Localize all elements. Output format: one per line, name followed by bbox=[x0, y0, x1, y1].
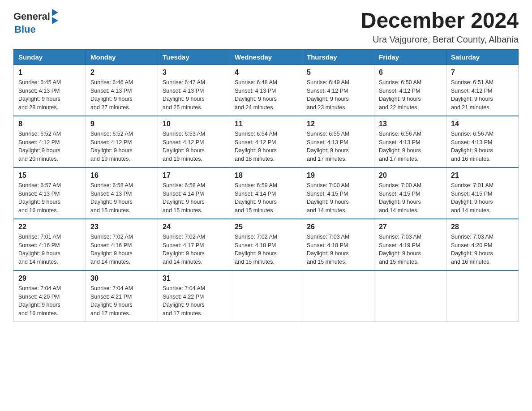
day-info: Sunrise: 6:56 AMSunset: 4:13 PMDaylight:… bbox=[451, 131, 493, 162]
day-info: Sunrise: 6:57 AMSunset: 4:13 PMDaylight:… bbox=[18, 182, 61, 214]
calendar-cell: 25Sunrise: 7:02 AMSunset: 4:18 PMDayligh… bbox=[230, 219, 302, 270]
calendar-week-row: 8Sunrise: 6:52 AMSunset: 4:12 PMDaylight… bbox=[14, 116, 519, 167]
day-info: Sunrise: 7:03 AMSunset: 4:18 PMDaylight:… bbox=[307, 234, 349, 265]
day-info: Sunrise: 7:02 AMSunset: 4:17 PMDaylight:… bbox=[163, 234, 205, 265]
calendar-cell: 18Sunrise: 6:59 AMSunset: 4:14 PMDayligh… bbox=[230, 167, 302, 219]
calendar-cell: 6Sunrise: 6:50 AMSunset: 4:12 PMDaylight… bbox=[374, 64, 446, 116]
day-number: 6 bbox=[379, 68, 442, 77]
calendar-cell: 23Sunrise: 7:02 AMSunset: 4:16 PMDayligh… bbox=[86, 219, 158, 270]
calendar-cell: 4Sunrise: 6:48 AMSunset: 4:13 PMDaylight… bbox=[230, 64, 302, 116]
day-number: 7 bbox=[451, 68, 514, 77]
day-number: 29 bbox=[18, 274, 81, 283]
day-info: Sunrise: 6:59 AMSunset: 4:14 PMDaylight:… bbox=[235, 182, 277, 214]
calendar-cell: 17Sunrise: 6:58 AMSunset: 4:14 PMDayligh… bbox=[158, 167, 230, 219]
column-header-sunday: Sunday bbox=[14, 49, 86, 64]
calendar-cell: 16Sunrise: 6:58 AMSunset: 4:13 PMDayligh… bbox=[86, 167, 158, 219]
day-info: Sunrise: 6:52 AMSunset: 4:12 PMDaylight:… bbox=[90, 131, 133, 162]
day-number: 31 bbox=[163, 274, 225, 283]
column-header-friday: Friday bbox=[374, 49, 446, 64]
calendar-subtitle: Ura Vajgurore, Berat County, Albania bbox=[361, 34, 519, 45]
day-number: 13 bbox=[379, 120, 442, 128]
calendar-cell: 19Sunrise: 7:00 AMSunset: 4:15 PMDayligh… bbox=[302, 167, 374, 219]
calendar-cell: 20Sunrise: 7:00 AMSunset: 4:15 PMDayligh… bbox=[374, 167, 446, 219]
day-number: 8 bbox=[18, 120, 81, 128]
day-number: 10 bbox=[163, 120, 225, 128]
day-number: 9 bbox=[90, 120, 153, 128]
calendar-cell: 1Sunrise: 6:45 AMSunset: 4:13 PMDaylight… bbox=[14, 64, 86, 116]
calendar-title: December 2024 bbox=[361, 9, 519, 33]
day-info: Sunrise: 6:56 AMSunset: 4:13 PMDaylight:… bbox=[379, 131, 421, 162]
day-info: Sunrise: 6:55 AMSunset: 4:13 PMDaylight:… bbox=[307, 131, 349, 162]
day-number: 11 bbox=[235, 120, 297, 128]
day-number: 26 bbox=[307, 223, 369, 231]
day-info: Sunrise: 6:54 AMSunset: 4:12 PMDaylight:… bbox=[235, 131, 277, 162]
calendar-cell: 27Sunrise: 7:03 AMSunset: 4:19 PMDayligh… bbox=[374, 219, 446, 270]
day-info: Sunrise: 6:50 AMSunset: 4:12 PMDaylight:… bbox=[379, 79, 421, 111]
calendar-header-row: SundayMondayTuesdayWednesdayThursdayFrid… bbox=[14, 49, 519, 64]
day-info: Sunrise: 7:03 AMSunset: 4:20 PMDaylight:… bbox=[451, 234, 493, 265]
day-info: Sunrise: 6:46 AMSunset: 4:13 PMDaylight:… bbox=[90, 79, 133, 111]
day-number: 12 bbox=[307, 120, 369, 128]
day-info: Sunrise: 7:02 AMSunset: 4:18 PMDaylight:… bbox=[235, 234, 277, 265]
day-info: Sunrise: 7:02 AMSunset: 4:16 PMDaylight:… bbox=[90, 234, 133, 265]
day-info: Sunrise: 7:00 AMSunset: 4:15 PMDaylight:… bbox=[307, 182, 349, 214]
day-info: Sunrise: 6:58 AMSunset: 4:14 PMDaylight:… bbox=[163, 182, 205, 214]
page-header: General Blue December 2024 Ura Vajgurore… bbox=[13, 9, 519, 45]
logo-blue: Blue bbox=[14, 24, 58, 35]
column-header-tuesday: Tuesday bbox=[158, 49, 230, 64]
calendar-cell bbox=[446, 270, 519, 322]
day-number: 25 bbox=[235, 223, 297, 231]
calendar-week-row: 1Sunrise: 6:45 AMSunset: 4:13 PMDaylight… bbox=[14, 64, 519, 116]
day-number: 30 bbox=[90, 274, 153, 283]
calendar-cell: 22Sunrise: 7:01 AMSunset: 4:16 PMDayligh… bbox=[14, 219, 86, 270]
calendar-cell: 7Sunrise: 6:51 AMSunset: 4:12 PMDaylight… bbox=[446, 64, 519, 116]
calendar-cell: 29Sunrise: 7:04 AMSunset: 4:20 PMDayligh… bbox=[14, 270, 86, 322]
day-info: Sunrise: 6:48 AMSunset: 4:13 PMDaylight:… bbox=[235, 79, 277, 111]
calendar-cell: 26Sunrise: 7:03 AMSunset: 4:18 PMDayligh… bbox=[302, 219, 374, 270]
calendar-cell: 13Sunrise: 6:56 AMSunset: 4:13 PMDayligh… bbox=[374, 116, 446, 167]
day-number: 23 bbox=[90, 223, 153, 231]
day-info: Sunrise: 7:00 AMSunset: 4:15 PMDaylight:… bbox=[379, 182, 421, 214]
day-info: Sunrise: 6:51 AMSunset: 4:12 PMDaylight:… bbox=[451, 79, 493, 111]
day-number: 5 bbox=[307, 68, 369, 77]
calendar-cell: 8Sunrise: 6:52 AMSunset: 4:12 PMDaylight… bbox=[14, 116, 86, 167]
calendar-cell: 15Sunrise: 6:57 AMSunset: 4:13 PMDayligh… bbox=[14, 167, 86, 219]
day-info: Sunrise: 6:52 AMSunset: 4:12 PMDaylight:… bbox=[18, 131, 61, 162]
day-info: Sunrise: 6:58 AMSunset: 4:13 PMDaylight:… bbox=[90, 182, 133, 214]
calendar-cell: 30Sunrise: 7:04 AMSunset: 4:21 PMDayligh… bbox=[86, 270, 158, 322]
calendar-cell: 5Sunrise: 6:49 AMSunset: 4:12 PMDaylight… bbox=[302, 64, 374, 116]
day-number: 22 bbox=[18, 223, 81, 231]
calendar-cell: 24Sunrise: 7:02 AMSunset: 4:17 PMDayligh… bbox=[158, 219, 230, 270]
column-header-saturday: Saturday bbox=[446, 49, 519, 64]
day-info: Sunrise: 7:03 AMSunset: 4:19 PMDaylight:… bbox=[379, 234, 421, 265]
calendar-cell: 21Sunrise: 7:01 AMSunset: 4:15 PMDayligh… bbox=[446, 167, 519, 219]
day-info: Sunrise: 7:04 AMSunset: 4:20 PMDaylight:… bbox=[18, 285, 61, 317]
calendar-cell: 14Sunrise: 6:56 AMSunset: 4:13 PMDayligh… bbox=[446, 116, 519, 167]
day-info: Sunrise: 7:04 AMSunset: 4:21 PMDaylight:… bbox=[90, 285, 133, 317]
calendar-cell: 28Sunrise: 7:03 AMSunset: 4:20 PMDayligh… bbox=[446, 219, 519, 270]
day-number: 1 bbox=[18, 68, 81, 77]
calendar-cell bbox=[230, 270, 302, 322]
day-number: 14 bbox=[451, 120, 514, 128]
calendar-table: SundayMondayTuesdayWednesdayThursdayFrid… bbox=[13, 49, 519, 322]
day-number: 4 bbox=[235, 68, 297, 77]
day-info: Sunrise: 6:45 AMSunset: 4:13 PMDaylight:… bbox=[18, 79, 61, 111]
day-number: 17 bbox=[163, 171, 225, 180]
calendar-week-row: 22Sunrise: 7:01 AMSunset: 4:16 PMDayligh… bbox=[14, 219, 519, 270]
day-number: 27 bbox=[379, 223, 442, 231]
day-number: 20 bbox=[379, 171, 442, 180]
day-number: 28 bbox=[451, 223, 514, 231]
column-header-thursday: Thursday bbox=[302, 49, 374, 64]
calendar-week-row: 15Sunrise: 6:57 AMSunset: 4:13 PMDayligh… bbox=[14, 167, 519, 219]
logo-general: General bbox=[13, 11, 50, 22]
calendar-cell: 9Sunrise: 6:52 AMSunset: 4:12 PMDaylight… bbox=[86, 116, 158, 167]
day-number: 15 bbox=[18, 171, 81, 180]
column-header-wednesday: Wednesday bbox=[230, 49, 302, 64]
day-number: 2 bbox=[90, 68, 153, 77]
day-info: Sunrise: 6:49 AMSunset: 4:12 PMDaylight:… bbox=[307, 79, 349, 111]
calendar-cell bbox=[302, 270, 374, 322]
day-info: Sunrise: 7:01 AMSunset: 4:16 PMDaylight:… bbox=[18, 234, 61, 265]
column-header-monday: Monday bbox=[86, 49, 158, 64]
calendar-cell: 2Sunrise: 6:46 AMSunset: 4:13 PMDaylight… bbox=[86, 64, 158, 116]
calendar-cell bbox=[374, 270, 446, 322]
